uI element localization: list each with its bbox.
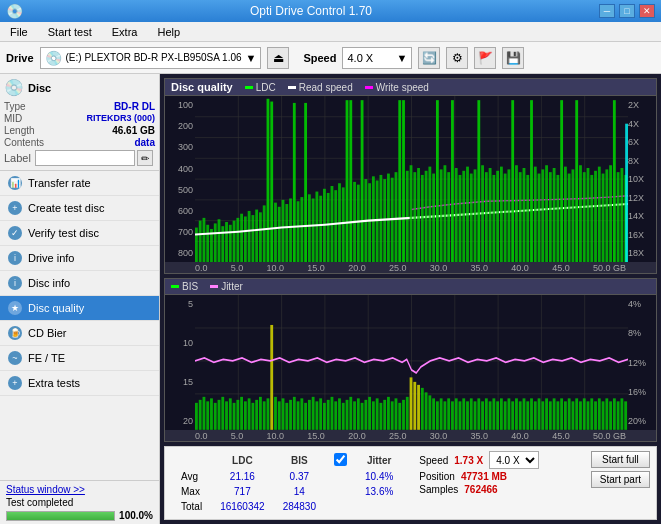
menu-help[interactable]: Help [151,24,186,40]
svg-rect-157 [244,402,247,430]
nav-verify-test-disc[interactable]: ✓ Verify test disc [0,221,159,246]
nav-disc-quality[interactable]: ★ Disc quality [0,296,159,321]
svg-rect-47 [312,198,315,262]
svg-rect-144 [195,403,198,430]
eject-button[interactable]: ⏏ [267,47,289,69]
svg-rect-219 [477,399,480,430]
svg-rect-187 [357,399,360,430]
svg-rect-70 [398,100,401,262]
svg-rect-222 [489,402,492,430]
svg-rect-253 [605,399,608,430]
nav-cd-bier[interactable]: 🍺 CD Bier [0,321,159,346]
svg-rect-118 [579,165,582,262]
label-edit-button[interactable]: ✏ [137,150,153,166]
start-full-button[interactable]: Start full [591,451,650,468]
chart2-y-right: 20%16%12%8%4% [628,295,656,430]
svg-rect-73 [410,165,413,262]
refresh-button[interactable]: 🔄 [418,47,440,69]
svg-rect-71 [402,100,405,262]
svg-rect-237 [545,399,548,430]
svg-rect-175 [312,397,315,430]
menu-start-test[interactable]: Start test [42,24,98,40]
nav-fe-te[interactable]: ~ FE / TE [0,346,159,371]
settings-button[interactable]: ⚙ [446,47,468,69]
svg-rect-174 [308,400,311,430]
status-window-button[interactable]: Status window >> [6,484,153,495]
status-text: Test completed [6,497,73,508]
nav-drive-info[interactable]: i Drive info [0,246,159,271]
nav-transfer-rate[interactable]: 📊 Transfer rate [0,171,159,196]
svg-rect-194 [383,400,386,430]
svg-rect-111 [553,168,556,262]
svg-rect-44 [300,197,303,262]
total-ldc: 16160342 [212,500,273,513]
svg-rect-103 [523,168,526,262]
svg-rect-249 [590,399,593,430]
max-row-label: Max [173,485,210,498]
nav-extra-tests[interactable]: + Extra tests [0,371,159,396]
chart1-title: Disc quality [171,81,233,93]
svg-rect-232 [526,402,529,430]
svg-rect-25 [229,225,232,262]
contents-value: data [134,137,155,148]
svg-rect-96 [496,171,499,262]
save-button[interactable]: 💾 [502,47,524,69]
read-speed-legend-dot [288,86,296,89]
maximize-button[interactable]: □ [619,4,635,18]
svg-rect-91 [477,100,480,262]
svg-rect-216 [466,402,469,430]
label-input[interactable] [35,150,135,166]
svg-rect-128 [617,172,620,262]
svg-rect-164 [270,325,273,430]
svg-rect-43 [297,201,300,262]
svg-rect-179 [327,400,330,430]
drive-label: Drive [6,52,34,64]
svg-rect-125 [605,169,608,262]
jitter-checkbox[interactable] [334,453,347,466]
nav-create-test-disc-label: Create test disc [28,202,104,214]
svg-rect-48 [315,192,318,263]
svg-rect-21 [214,223,217,262]
start-part-button[interactable]: Start part [591,471,650,488]
close-button[interactable]: ✕ [639,4,655,18]
speed-selector[interactable]: 4.0 X ▼ [342,47,412,69]
status-bar: Status window >> Test completed 100.0% [0,480,159,524]
bis-col-header: BIS [275,453,324,468]
svg-rect-75 [417,168,420,262]
svg-rect-215 [462,399,465,430]
drive-selector[interactable]: 💿 (E:) PLEXTOR BD-R PX-LB950SA 1.06 ▼ [40,47,262,69]
svg-rect-65 [379,175,382,262]
samples-value: 762466 [464,484,497,495]
svg-rect-154 [233,403,236,430]
svg-rect-218 [474,402,477,430]
menu-extra[interactable]: Extra [106,24,144,40]
flag-button[interactable]: 🚩 [474,47,496,69]
nav-extra-tests-label: Extra tests [28,377,80,389]
create-test-disc-icon: + [8,201,22,215]
nav-disc-info[interactable]: i Disc info [0,271,159,296]
chart2-header: BIS Jitter [165,279,656,295]
nav-disc-quality-label: Disc quality [28,302,84,314]
nav-create-test-disc[interactable]: + Create test disc [0,196,159,221]
jitter-col-header: Jitter [357,453,401,468]
svg-rect-22 [218,219,221,262]
speed-info: Speed 1.73 X 4.0 X Position 47731 MB Sam… [419,451,539,495]
type-value: BD-R DL [114,101,155,112]
svg-rect-147 [206,402,209,430]
menu-file[interactable]: File [4,24,34,40]
svg-rect-221 [485,399,488,430]
position-label: Position [419,471,455,482]
titlebar: 💿 Opti Drive Control 1.70 ─ □ ✕ [0,0,661,22]
svg-rect-38 [278,207,281,262]
svg-rect-155 [236,400,239,430]
speed-info-select[interactable]: 4.0 X [489,451,539,469]
svg-rect-168 [285,403,288,430]
svg-rect-208 [436,402,439,430]
svg-rect-241 [560,399,563,430]
svg-rect-211 [447,399,450,430]
avg-bis: 0.37 [275,470,324,483]
svg-rect-214 [459,402,462,430]
minimize-button[interactable]: ─ [599,4,615,18]
progress-label: 100.0% [119,510,153,521]
svg-rect-64 [376,180,379,262]
